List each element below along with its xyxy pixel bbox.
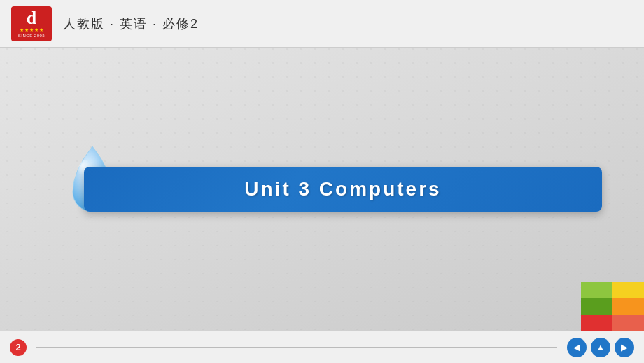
deco-square-green-light xyxy=(581,282,612,298)
deco-square-green-dark xyxy=(581,298,612,314)
unit-banner-wrapper: Unit 3 Computers xyxy=(84,167,602,212)
nav-up-button[interactable]: ▲ xyxy=(591,338,610,357)
deco-square-yellow xyxy=(612,282,644,298)
nav-prev-button[interactable]: ◀ xyxy=(567,338,587,357)
slide: d ★★★★★ SINCE 2003 人教版 · 英语 · 必修2 xyxy=(0,0,644,363)
logo-subtitle: SINCE 2003 xyxy=(18,34,45,38)
main-content: Unit 3 Computers xyxy=(0,48,644,331)
footer: 2 ◀ ▲ ▶ xyxy=(0,331,644,363)
deco-square-orange xyxy=(612,298,644,314)
deco-square-red xyxy=(581,315,612,331)
decorative-squares xyxy=(581,282,644,331)
deco-square-pink xyxy=(612,315,644,331)
header-title: 人教版 · 英语 · 必修2 xyxy=(63,15,199,32)
logo: d ★★★★★ SINCE 2003 xyxy=(11,6,52,41)
header: d ★★★★★ SINCE 2003 人教版 · 英语 · 必修2 xyxy=(0,0,644,48)
progress-line xyxy=(36,347,557,348)
nav-buttons: ◀ ▲ ▶ xyxy=(567,338,634,357)
unit-banner: Unit 3 Computers xyxy=(84,167,602,212)
unit-title: Unit 3 Computers xyxy=(244,178,441,200)
nav-forward-button[interactable]: ▶ xyxy=(615,338,634,357)
page-number: 2 xyxy=(10,339,27,356)
logo-letter: d xyxy=(27,9,36,27)
logo-stars: ★★★★★ xyxy=(20,27,44,33)
